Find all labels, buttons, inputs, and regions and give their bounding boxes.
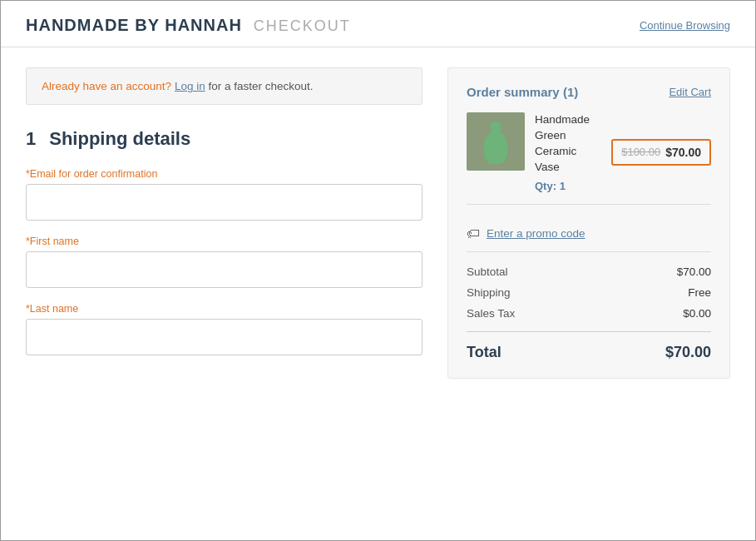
tag-icon: 🏷 [467, 226, 480, 241]
promo-link[interactable]: Enter a promo code [487, 227, 586, 240]
item-name: Handmade Green Ceramic Vase [535, 112, 601, 176]
subtotal-value: $70.00 [677, 266, 711, 278]
shipping-section-title: 1 Shipping details [26, 128, 422, 150]
subtotal-label: Subtotal [467, 266, 508, 278]
promo-section[interactable]: 🏷 Enter a promo code [467, 216, 711, 252]
header-branding: HANDMADE BY HANNAH CHECKOUT [26, 16, 351, 35]
continue-browsing-link[interactable]: Continue Browsing [640, 19, 730, 32]
brand-name: HANDMADE BY HANNAH [26, 16, 242, 35]
qty-label: Qty: [535, 180, 556, 192]
section-title-text: Shipping details [49, 128, 190, 150]
item-qty: Qty: 1 [535, 180, 601, 192]
last-name-form-group: *Last name [26, 303, 422, 355]
last-name-input[interactable] [26, 319, 422, 355]
order-summary-panel: Order summary (1) Edit Cart Handmade Gre… [447, 67, 730, 379]
order-summary-title: Order summary (1) [467, 85, 578, 99]
page-header: HANDMADE BY HANNAH CHECKOUT Continue Bro… [1, 1, 755, 47]
edit-cart-link[interactable]: Edit Cart [669, 86, 711, 98]
subtotal-row: Subtotal $70.00 [467, 266, 711, 278]
last-name-label: *Last name [26, 303, 422, 315]
qty-value: 1 [560, 180, 566, 192]
first-name-input[interactable] [26, 251, 422, 288]
price-sale: $70.00 [665, 146, 701, 159]
main-content: Already have an account? Log in for a fa… [1, 47, 755, 404]
total-row: Total $70.00 [467, 344, 711, 361]
tax-row: Sales Tax $0.00 [467, 307, 711, 320]
account-notice-suffix: for a faster checkout. [208, 80, 313, 92]
account-notice-prefix: Already have an account? [42, 80, 171, 92]
item-details: Handmade Green Ceramic Vase Qty: 1 [535, 112, 601, 192]
left-column: Already have an account? Log in for a fa… [26, 67, 422, 379]
email-input[interactable] [26, 184, 422, 221]
shipping-row: Shipping Free [467, 286, 711, 299]
checkout-label: CHECKOUT [254, 17, 351, 35]
total-divider [467, 331, 711, 332]
account-notice-banner: Already have an account? Log in for a fa… [26, 67, 422, 105]
order-item: Handmade Green Ceramic Vase Qty: 1 $100.… [467, 112, 711, 205]
email-form-group: *Email for order confirmation [26, 168, 422, 221]
shipping-value: Free [688, 286, 711, 299]
tax-value: $0.00 [683, 307, 711, 320]
first-name-form-group: *First name [26, 236, 422, 288]
item-image [467, 112, 525, 171]
item-price-box: $100.00 $70.00 [611, 139, 711, 166]
total-label: Total [467, 344, 502, 361]
price-original: $100.00 [621, 146, 660, 158]
total-value: $70.00 [665, 344, 711, 361]
order-summary-header: Order summary (1) Edit Cart [467, 85, 711, 99]
login-link[interactable]: Log in [175, 80, 205, 92]
shipping-label: Shipping [467, 286, 511, 299]
email-label: *Email for order confirmation [26, 168, 422, 180]
section-number: 1 [26, 128, 36, 150]
first-name-label: *First name [26, 236, 422, 247]
tax-label: Sales Tax [467, 307, 515, 320]
